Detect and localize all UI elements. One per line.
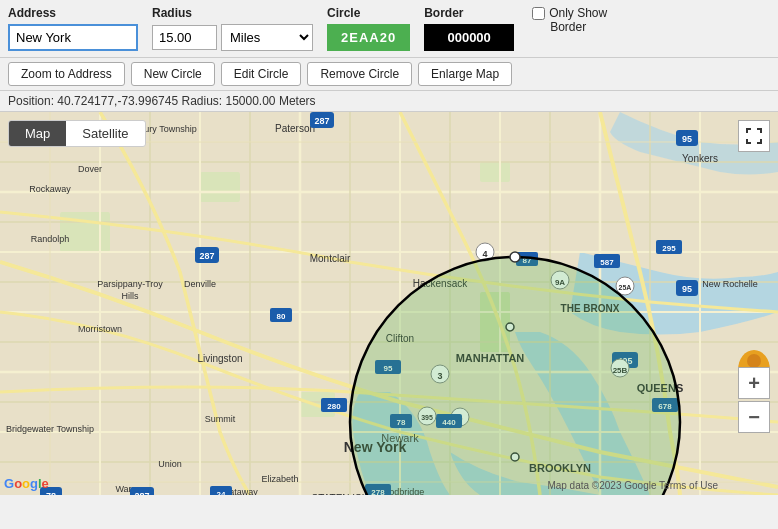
zoom-out-button[interactable]: − <box>738 401 770 433</box>
svg-text:78: 78 <box>46 491 56 495</box>
fullscreen-button[interactable] <box>738 120 770 152</box>
remove-circle-button[interactable]: Remove Circle <box>307 62 412 86</box>
svg-text:Union: Union <box>158 459 182 469</box>
circle-group: Circle 2EAA20 <box>327 6 410 51</box>
svg-text:287: 287 <box>134 491 149 495</box>
svg-text:Morristown: Morristown <box>78 324 122 334</box>
svg-text:Bridgewater Township: Bridgewater Township <box>6 424 94 434</box>
fullscreen-icon <box>745 127 763 145</box>
address-input[interactable] <box>8 24 138 51</box>
radius-input[interactable] <box>152 25 217 50</box>
svg-text:Montclair: Montclair <box>310 253 351 264</box>
svg-text:Denville: Denville <box>184 279 216 289</box>
map-terms: Map data ©2023 Google Terms of Use <box>547 480 718 491</box>
action-bar: Zoom to Address New Circle Edit Circle R… <box>0 58 778 91</box>
svg-text:295: 295 <box>662 244 676 253</box>
border-color-button[interactable]: 000000 <box>424 24 514 51</box>
position-text: Position: 40.724177,-73.996745 Radius: 1… <box>8 94 316 108</box>
border-label: Border <box>424 6 514 20</box>
svg-text:Elizabeth: Elizabeth <box>261 474 298 484</box>
svg-text:280: 280 <box>327 402 341 411</box>
only-show-row: Only Show <box>532 6 607 20</box>
zoom-in-button[interactable]: + <box>738 367 770 399</box>
svg-text:Paterson: Paterson <box>275 123 315 134</box>
svg-text:24: 24 <box>217 490 226 495</box>
only-show-checkbox[interactable] <box>532 7 545 20</box>
svg-text:Yonkers: Yonkers <box>682 153 718 164</box>
svg-text:80: 80 <box>277 312 286 321</box>
svg-point-113 <box>510 252 520 262</box>
position-bar: Position: 40.724177,-73.996745 Radius: 1… <box>0 91 778 112</box>
radius-label: Radius <box>152 6 313 20</box>
tab-map[interactable]: Map <box>9 121 66 146</box>
svg-text:95: 95 <box>682 134 692 144</box>
radius-row: Miles Kilometers Meters <box>152 24 313 51</box>
circle-color-button[interactable]: 2EAA20 <box>327 24 410 51</box>
border-group: Border 000000 <box>424 6 514 51</box>
edit-circle-button[interactable]: Edit Circle <box>221 62 302 86</box>
zoom-to-address-button[interactable]: Zoom to Address <box>8 62 125 86</box>
google-logo: Google <box>4 476 49 491</box>
svg-text:287: 287 <box>199 251 214 261</box>
map-container: New York MANHATTAN THE BRONX QUEENS BROO… <box>0 112 778 495</box>
radius-group: Radius Miles Kilometers Meters <box>152 6 313 51</box>
svg-rect-2 <box>200 172 240 202</box>
new-circle-button[interactable]: New Circle <box>131 62 215 86</box>
svg-text:4: 4 <box>482 249 487 259</box>
circle-label: Circle <box>327 6 410 20</box>
svg-text:Rockaway: Rockaway <box>29 184 71 194</box>
svg-text:Livingston: Livingston <box>197 353 242 364</box>
enlarge-map-button[interactable]: Enlarge Map <box>418 62 512 86</box>
svg-text:Summit: Summit <box>205 414 236 424</box>
only-show-group: Only Show Border <box>532 6 607 34</box>
svg-text:Randolph: Randolph <box>31 234 70 244</box>
svg-text:95: 95 <box>682 284 692 294</box>
toolbar: Address Radius Miles Kilometers Meters C… <box>0 0 778 58</box>
svg-text:Dover: Dover <box>78 164 102 174</box>
zoom-controls: + − <box>738 367 770 435</box>
svg-text:New Rochelle: New Rochelle <box>702 279 758 289</box>
radius-unit-select[interactable]: Miles Kilometers Meters <box>221 24 313 51</box>
address-label: Address <box>8 6 138 20</box>
tab-satellite[interactable]: Satellite <box>66 121 144 146</box>
svg-text:25A: 25A <box>619 284 632 291</box>
map-tab-bar: Map Satellite <box>8 120 146 147</box>
border-text: Border <box>550 20 586 34</box>
address-group: Address <box>8 6 138 51</box>
svg-text:287: 287 <box>314 116 329 126</box>
svg-text:587: 587 <box>600 258 614 267</box>
map-background: New York MANHATTAN THE BRONX QUEENS BROO… <box>0 112 778 495</box>
only-show-label: Only Show <box>549 6 607 20</box>
svg-rect-5 <box>480 162 510 182</box>
